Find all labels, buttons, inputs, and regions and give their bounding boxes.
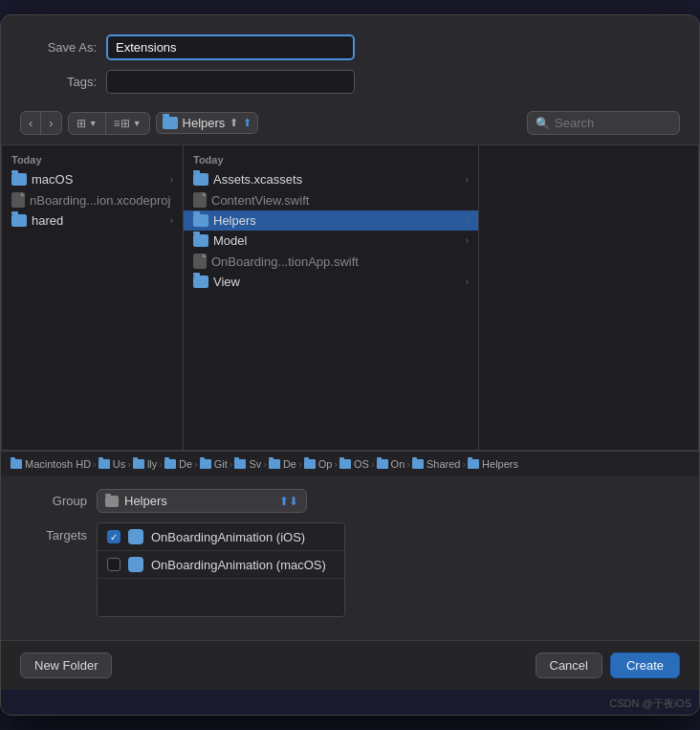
breadcrumb-separator: ›: [127, 458, 131, 470]
list-icon: ≡⊞: [114, 117, 130, 130]
breadcrumb-folder-icon: [269, 459, 280, 469]
breadcrumb-item[interactable]: Macintosh HD: [11, 458, 91, 470]
create-button[interactable]: Create: [610, 653, 680, 678]
targets-row: Targets OnBoardingAnimation (iOS) OnBoar…: [20, 522, 680, 617]
group-name: Helpers: [124, 494, 273, 508]
toolbar: ‹ › ⊞ ▼ ≡⊞ ▼ Helpers ⬆ ⬆ 🔍: [20, 103, 680, 144]
main-panel-header: Today: [184, 150, 478, 169]
breadcrumb-item[interactable]: Us: [98, 458, 125, 470]
breadcrumb-separator: ›: [462, 458, 466, 470]
target-macos-checkbox[interactable]: [107, 558, 120, 571]
folder-icon: [193, 234, 208, 247]
item-label: OnBoarding...tionApp.swift: [211, 254, 469, 269]
breadcrumb-folder-icon: [412, 459, 424, 469]
target-ios-app-icon: [128, 529, 143, 544]
breadcrumb-separator: ›: [194, 458, 198, 470]
cancel-button[interactable]: Cancel: [536, 653, 602, 678]
target-ios-name: OnBoardingAnimation (iOS): [151, 530, 305, 544]
extra-panel: [478, 145, 698, 450]
breadcrumb-folder-icon: [304, 459, 316, 469]
sidebar-item-shared[interactable]: hared ›: [2, 210, 183, 231]
list-item[interactable]: ContentView.swift: [184, 189, 478, 210]
breadcrumb-folder-icon: [339, 459, 351, 469]
breadcrumb-item[interactable]: Sv: [234, 458, 261, 470]
location-folder-icon: [163, 117, 178, 129]
tags-row: Tags:: [20, 70, 680, 94]
list-item[interactable]: View ›: [184, 272, 478, 292]
watermark: CSDN @于夜iOS: [1, 690, 699, 715]
breadcrumb-separator: ›: [159, 458, 163, 470]
breadcrumb-label: OS: [354, 458, 369, 470]
search-box: 🔍: [527, 111, 680, 135]
folder-icon: [11, 214, 27, 227]
folder-icon: [193, 276, 208, 288]
item-label: Model: [213, 233, 461, 248]
item-label: ContentView.swift: [211, 193, 469, 208]
footer: New Folder Cancel Create: [1, 640, 699, 690]
location-selector[interactable]: Helpers ⬆ ⬆: [156, 112, 259, 134]
breadcrumb-item[interactable]: Git: [200, 458, 228, 470]
breadcrumb-folder-icon: [164, 459, 176, 469]
save-as-input[interactable]: [106, 34, 355, 60]
target-macos-app-icon: [128, 557, 143, 572]
sidebar-item-macos[interactable]: macOS ›: [2, 169, 183, 189]
breadcrumb-folder-icon: [133, 459, 144, 469]
target-item-macos[interactable]: OnBoardingAnimation (macOS): [98, 550, 344, 578]
sidebar-item-xcodeproj[interactable]: nBoarding...ion.xcodeproj: [2, 189, 183, 210]
back-button[interactable]: ‹: [21, 112, 41, 134]
list-item[interactable]: Model ›: [184, 231, 478, 251]
item-label: Helpers: [213, 213, 461, 228]
chevron-icon: ›: [170, 174, 173, 185]
doc-icon: [193, 254, 207, 269]
breadcrumb-label: On: [391, 458, 405, 470]
breadcrumb-item[interactable]: Shared: [412, 458, 460, 470]
item-label: hared: [32, 213, 165, 228]
breadcrumb-item[interactable]: Op: [304, 458, 333, 470]
grid-dropdown-icon: ▼: [89, 119, 98, 128]
location-name: Helpers: [183, 116, 226, 130]
folder-icon: [193, 214, 208, 227]
tags-label: Tags:: [20, 75, 97, 89]
save-dialog: Save As: Tags: ‹ › ⊞ ▼ ≡⊞ ▼: [0, 14, 700, 716]
breadcrumb-item[interactable]: lly: [133, 458, 157, 470]
breadcrumb-folder-icon: [200, 459, 211, 469]
breadcrumb-item[interactable]: Helpers: [468, 458, 518, 470]
group-selector[interactable]: Helpers ⬆⬇: [97, 489, 307, 513]
target-item-ios[interactable]: OnBoardingAnimation (iOS): [98, 523, 344, 550]
list-item-helpers[interactable]: Helpers ›: [184, 210, 478, 231]
breadcrumb-item[interactable]: De: [269, 458, 296, 470]
targets-list: OnBoardingAnimation (iOS) OnBoardingAnim…: [97, 522, 345, 617]
view-btn-group: ⊞ ▼ ≡⊞ ▼: [68, 112, 150, 135]
item-label: nBoarding...ion.xcodeproj: [30, 193, 173, 208]
group-folder-icon: [105, 496, 119, 507]
folder-icon: [193, 173, 208, 186]
breadcrumb-item[interactable]: OS: [339, 458, 369, 470]
targets-label: Targets: [20, 522, 87, 542]
forward-button[interactable]: ›: [41, 112, 60, 134]
view-grid-button[interactable]: ⊞ ▼: [69, 113, 106, 134]
view-list-button[interactable]: ≡⊞ ▼: [106, 113, 149, 134]
nav-btn-group: ‹ ›: [20, 111, 62, 135]
breadcrumb-folder-icon: [98, 459, 110, 469]
breadcrumb-item[interactable]: De: [164, 458, 192, 470]
new-folder-button[interactable]: New Folder: [20, 653, 112, 678]
watermark-text: CSDN @于夜iOS: [609, 697, 691, 709]
main-panel: Today Assets.xcassets › ContentView.swif…: [184, 145, 478, 450]
breadcrumb-label: Macintosh HD: [25, 458, 91, 470]
list-item[interactable]: Assets.xcassets ›: [184, 169, 478, 189]
location-expand-icon: ⬆: [243, 117, 252, 129]
chevron-icon: ›: [466, 215, 469, 226]
breadcrumb-separator: ›: [93, 458, 97, 470]
target-ios-checkbox[interactable]: [107, 530, 120, 543]
tags-input[interactable]: [106, 70, 355, 94]
search-input[interactable]: [555, 116, 671, 130]
group-row: Group Helpers ⬆⬇: [20, 489, 680, 513]
group-label: Group: [20, 494, 87, 508]
search-icon: 🔍: [536, 117, 550, 130]
breadcrumb-label: Git: [214, 458, 228, 470]
breadcrumb-item[interactable]: On: [377, 458, 405, 470]
footer-actions: Cancel Create: [536, 653, 681, 678]
list-dropdown-icon: ▼: [133, 119, 142, 128]
sidebar-header: Today: [2, 150, 183, 169]
list-item[interactable]: OnBoarding...tionApp.swift: [184, 251, 478, 272]
